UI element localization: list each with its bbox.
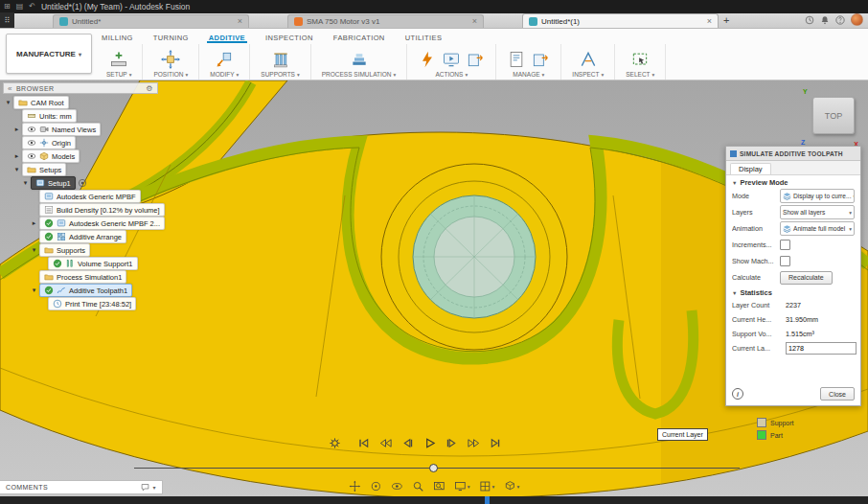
browser-item-pill[interactable]: Origin	[22, 136, 76, 149]
close-tab-icon[interactable]: ×	[238, 17, 242, 26]
browser-item-setup1[interactable]: ▾Setup1	[3, 177, 204, 189]
simulation-settings-button[interactable]	[327, 435, 342, 450]
fit-button[interactable]	[433, 480, 445, 493]
skip-to-end-button[interactable]	[488, 435, 503, 450]
fast-rewind-button[interactable]	[377, 435, 393, 450]
ribbon-group-label[interactable]: SETUP▾	[106, 71, 131, 78]
document-tab[interactable]: SMA 750 Motor v3 v1×	[287, 14, 484, 28]
process-simulation-button[interactable]	[350, 50, 369, 69]
browser-item-pill[interactable]: Print Time [23:48:52]	[48, 297, 136, 310]
close-button[interactable]: Close	[820, 387, 855, 401]
browser-gear-icon[interactable]: ⚙	[146, 84, 153, 93]
browser-item-origin[interactable]: Origin	[3, 137, 204, 149]
show-mach-checkbox[interactable]	[780, 256, 790, 266]
browser-item-build-density-0-12-by-volume[interactable]: Build Density [0.12% by volume]	[3, 204, 204, 216]
position-button[interactable]	[161, 50, 180, 69]
expand-comments-icon[interactable]: ▾	[153, 484, 156, 491]
inspect-button[interactable]	[579, 50, 598, 69]
pan-button[interactable]	[349, 480, 361, 493]
expander-icon[interactable]: ▾	[5, 99, 11, 106]
supports-button[interactable]	[271, 50, 290, 69]
ribbon-group-label[interactable]: SELECT▾	[626, 71, 654, 78]
browser-item-pill[interactable]: CAM Root	[13, 96, 69, 109]
browser-item-pill[interactable]: Autodesk Generic MPBF 2...	[39, 217, 165, 230]
browser-item-pill[interactable]: Additive Arrange	[39, 230, 126, 243]
close-tab-icon[interactable]: ×	[472, 17, 477, 26]
preview-mode-section-header[interactable]: ▼ Preview Mode	[726, 175, 860, 188]
browser-item-additive-toolpath1[interactable]: ▾Additive Toolpath1	[3, 285, 204, 296]
notifications-bell-icon[interactable]	[820, 15, 830, 25]
generate-button[interactable]	[418, 50, 437, 69]
browser-item-pill[interactable]: Process Simulation1	[39, 270, 126, 284]
view-cube-face-top[interactable]: TOP	[812, 97, 855, 134]
browser-panel-header[interactable]: « BROWSER ⚙	[3, 82, 158, 94]
browser-item-print-time-23-48-52[interactable]: Print Time [23:48:52]	[3, 298, 204, 309]
avatar[interactable]	[851, 13, 863, 26]
simulate-button[interactable]	[442, 50, 461, 69]
dialog-header[interactable]: SIMULATE ADDITIVE TOOLPATH	[726, 147, 860, 161]
application-menu-icon[interactable]: ⊞	[4, 0, 11, 13]
expander-icon[interactable]: ▸	[13, 152, 20, 160]
setup-group-button[interactable]	[109, 50, 128, 69]
mode-select[interactable]: Display up to curre...▾	[780, 189, 855, 203]
slider-knob[interactable]	[429, 464, 438, 472]
skip-to-start-button[interactable]	[355, 435, 371, 450]
statistics-section-header[interactable]: ▼ Statistics	[726, 286, 860, 298]
post-process-button[interactable]	[466, 50, 485, 69]
ribbon-tab-inspection[interactable]: INSPECTION	[263, 32, 315, 43]
browser-item-pill[interactable]: Volume Support1	[48, 257, 138, 270]
step-forward-button[interactable]	[444, 435, 459, 450]
browser-item-additive-arrange[interactable]: Additive Arrange	[3, 231, 204, 242]
expander-icon[interactable]: ▾	[13, 166, 20, 173]
browser-item-pill[interactable]: Additive Toolpath1	[39, 284, 132, 297]
view-cube[interactable]: Y TOP Z X	[797, 88, 858, 148]
expander-icon[interactable]: ▾	[31, 286, 37, 294]
select-button[interactable]	[630, 50, 650, 69]
ribbon-group-label[interactable]: PROCESS SIMULATION▾	[322, 71, 397, 78]
layer-timeline-slider[interactable]	[134, 464, 740, 472]
play-button[interactable]	[422, 435, 437, 450]
post-process-button[interactable]	[531, 50, 550, 69]
viewport-3d[interactable]: « BROWSER ⚙ ▾CAM RootUnits: mm▸Named Vie…	[0, 80, 868, 496]
current-layer-input[interactable]	[786, 342, 857, 355]
browser-item-pill[interactable]: Setups	[22, 163, 66, 176]
calculate-button[interactable]: Recalculate	[780, 271, 833, 285]
browser-item-pill[interactable]: Setup1	[31, 176, 76, 190]
browser-item-process-simulation1[interactable]: Process Simulation1	[3, 271, 204, 283]
increments-checkbox[interactable]	[780, 240, 790, 250]
orbit-button[interactable]	[370, 480, 382, 493]
collapse-browser-icon[interactable]: «	[8, 84, 12, 93]
browser-item-pill[interactable]: Models	[22, 149, 80, 163]
job-status-icon[interactable]	[805, 15, 814, 25]
help-icon[interactable]	[835, 15, 845, 25]
browser-item-pill[interactable]: Build Density [0.12% by volume]	[39, 203, 165, 217]
ribbon-group-label[interactable]: SUPPORTS▾	[261, 71, 299, 78]
browser-item-pill[interactable]: Units: mm	[22, 109, 77, 123]
info-icon[interactable]: i	[732, 388, 743, 400]
ribbon-group-label[interactable]: MODIFY▾	[210, 71, 239, 78]
ribbon-tab-fabrication[interactable]: FABRICATION	[331, 32, 387, 43]
browser-item-setups[interactable]: ▾Setups	[3, 164, 204, 175]
new-document-button[interactable]: +	[719, 14, 734, 26]
expander-icon[interactable]: ▾	[22, 179, 29, 187]
ribbon-tab-turning[interactable]: TURNING	[151, 32, 191, 43]
data-panel-toggle-icon[interactable]: ⠿	[0, 12, 14, 28]
browser-item-supports[interactable]: ▾Supports	[3, 244, 204, 256]
browser-item-autodesk-generic-mpbf[interactable]: Autodesk Generic MPBF	[3, 191, 204, 202]
display-settings-button[interactable]: ▾	[454, 480, 470, 493]
ribbon-group-label[interactable]: POSITION▾	[153, 71, 188, 78]
expander-icon[interactable]: ▸	[13, 126, 20, 133]
ribbon-tab-utilities[interactable]: UTILITIES	[403, 32, 445, 43]
ribbon-tab-milling[interactable]: MILLING	[100, 32, 135, 43]
expander-icon[interactable]: ▾	[31, 246, 37, 254]
modify-button[interactable]	[215, 50, 234, 69]
window-icon[interactable]: ▤	[16, 0, 24, 13]
browser-item-pill[interactable]: Autodesk Generic MPBF	[39, 190, 141, 203]
document-tab[interactable]: Untitled*×	[53, 14, 249, 28]
expander-icon[interactable]: ▸	[31, 219, 37, 227]
browser-item-pill[interactable]: Supports	[39, 243, 90, 257]
close-tab-icon[interactable]: ×	[707, 17, 712, 26]
ribbon-group-label[interactable]: MANAGE▾	[513, 71, 544, 78]
setup-sheet-button[interactable]	[507, 50, 526, 69]
grid-button[interactable]: ▾	[479, 480, 495, 493]
